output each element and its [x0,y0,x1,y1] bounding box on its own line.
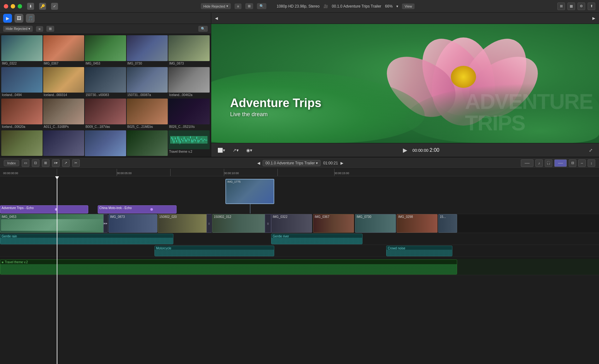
clip-motorcycle[interactable]: Motorcycle [154,246,274,256]
video-clip-img0367[interactable]: IMG_0367 [313,214,354,233]
clip-china-moto-echo[interactable]: China Moto-trek - Echo [98,205,177,213]
audio-icon[interactable]: ♪ [535,159,543,167]
tl-blade-tool[interactable]: ✂ [72,159,80,167]
media-thumb [43,99,84,124]
zoom-out-icon[interactable]: ── [521,159,533,167]
video-clip-img0322[interactable]: IMG_0322 [271,214,312,233]
video-clip-img0873[interactable]: IMG_0873 [108,214,157,233]
video-clip-img0453[interactable]: IMG_0453 [0,214,104,233]
media-item[interactable]: 150730...v00083 [85,67,126,98]
media-item[interactable]: IMG_0367 [43,35,84,66]
tl-arrow-tool[interactable]: ↗ [62,159,70,167]
media-item[interactable]: B009_C...187Vas [85,99,126,130]
media-thumb [43,35,84,61]
clip-view-icon[interactable]: ⊟ [569,159,576,167]
view-button[interactable]: View [402,3,415,9]
media-thumb [127,130,168,156]
key-icon[interactable]: 🔑 [39,3,46,10]
video-clip-more[interactable]: 15... [438,214,457,233]
media-item[interactable]: IMG_0322 [1,35,43,66]
clip-travel-theme[interactable]: ■Travel theme v.2 [0,259,457,275]
media-thumb [85,99,126,124]
tl-icon-connect[interactable]: ⊡ [32,159,39,167]
download-icon[interactable]: ⬇ [27,3,34,10]
media-thumb [85,35,126,61]
transition-marker-2: || [206,214,212,233]
media-item[interactable]: B026_C...0521IXs [168,99,210,130]
tl-icon-clip[interactable]: ▭ [22,159,29,167]
app-icon-fcpx[interactable]: ▶ [3,14,12,23]
grid-view-button[interactable]: ⊞ [245,3,253,9]
media-label: A011_C...516BPs [43,124,84,130]
search-icon-button[interactable]: 🔍 [198,26,208,32]
clip-gentle-river[interactable]: Gentle river [271,234,363,244]
color-button[interactable]: ◉▾ [245,146,253,154]
video-clip-150802-020[interactable]: 150802_020 [158,214,208,233]
media-thumb [1,130,43,156]
media-item[interactable]: A011_C...516BPs [43,99,84,130]
list-view-button[interactable]: ≡ [235,3,241,9]
expand-icon[interactable]: ↔ [578,159,586,167]
fullscreen-icon[interactable]: ⤢ [588,146,594,154]
media-item[interactable]: IMG_0453 [85,35,126,66]
media-item[interactable]: C003_C...WZacs [127,130,168,157]
clip-grid-button[interactable]: ⊞ [46,26,54,32]
app-icons: ▶ 🖼 🎵 [3,14,35,23]
media-item[interactable]: IMG_0730 [127,35,168,66]
timeline-project-dropdown[interactable]: 00.1.0 Adventure Trips Trailer ▾ [263,160,321,166]
app-icon-photos[interactable]: 🖼 [15,14,23,23]
tl-icon-insert[interactable]: ⊞ [42,159,49,167]
layout-icon-2[interactable]: ▦ [567,3,575,10]
check-icon[interactable]: ✓ [51,3,58,10]
media-item[interactable]: B025_C...21MEbs [127,99,168,130]
filter-button[interactable]: Hide Rejected ▾ [3,26,33,32]
media-item[interactable]: C004_C...5U6acs [85,130,126,157]
media-label: Iceland...00620a [1,124,43,130]
media-item[interactable]: Iceland...00620a [1,99,43,130]
preview-video: Adventure Trips Live the dream ADVENTURE… [211,24,599,143]
index-button[interactable]: Index [4,160,19,166]
ruler-mark-3: 00:00:15:00 [334,172,349,175]
media-item[interactable]: IMG_0873 [168,35,210,66]
floating-clip-thumb: IMG_1775 [225,179,274,204]
tl-icon-menu[interactable]: ≡▾ [52,159,60,167]
clip-adventure-trips-echo[interactable]: Adventure Trips - Echo [0,205,88,213]
clip-appearance-button[interactable]: ≡ [36,26,43,32]
timeline-ruler: 00:00:00:00 00:00:05:00 00:00:10:00 00:0… [0,169,599,176]
share-icon[interactable]: ⬆ [588,3,595,10]
media-item[interactable]: Iceland...0494 [1,67,43,98]
media-item[interactable]: 150731...00087a [127,67,168,98]
media-item[interactable]: B028_C...21A6as [1,130,43,157]
fullscreen-button[interactable] [18,4,22,9]
collapse-icon[interactable]: ↕ [588,159,595,167]
titlebar: ⬇ 🔑 ✓ Hide Rejected ▾ ≡ ⊞ 🔍 1080p HD 23.… [0,0,599,13]
media-thumb [127,35,168,61]
layout-icon-1[interactable]: ⊞ [557,3,565,10]
minimize-button[interactable] [11,4,15,9]
clip-gentle-rain[interactable]: Gentle rain [0,234,173,244]
search-button[interactable]: 🔍 [257,3,266,9]
clip-label: Adventure Trips - Echo [2,206,34,210]
video-clip-img0298[interactable]: IMG_0298 [397,214,438,233]
video-clip-150802-012[interactable]: 150802_012 [212,214,267,233]
close-button[interactable] [4,4,8,9]
play-button[interactable]: ▶ [402,145,409,155]
media-item[interactable]: Iceland...00462a [168,67,210,98]
transform-button[interactable]: ↗▾ [231,146,240,154]
media-item[interactable]: Travel theme v.2 [168,130,210,157]
media-item[interactable]: B002_C...14TNas [43,130,84,157]
playhead[interactable] [57,176,57,364]
hide-rejected-button[interactable]: Hide Rejected ▾ [201,3,231,9]
settings-icon[interactable]: ⚙ [578,3,585,10]
zoom-in-icon[interactable]: ── [554,159,567,167]
ruler-mark-1: 00:00:05:00 [117,172,132,175]
media-label: B009_C...187Vas [85,124,126,130]
media-label: Travel theme v.2 [168,149,210,155]
video-clip-img0730[interactable]: IMG_0730 [355,214,396,233]
app-icon-music[interactable]: 🎵 [26,14,35,23]
crop-button[interactable]: ⬜▾ [216,146,226,154]
audio-track-2-row: Motorcycle Crowd noise [0,245,599,257]
headphone-icon[interactable]: 🎧 [545,159,552,167]
media-item[interactable]: Iceland...000314 [43,67,84,98]
clip-crowd-noise[interactable]: Crowd noise [386,246,452,256]
